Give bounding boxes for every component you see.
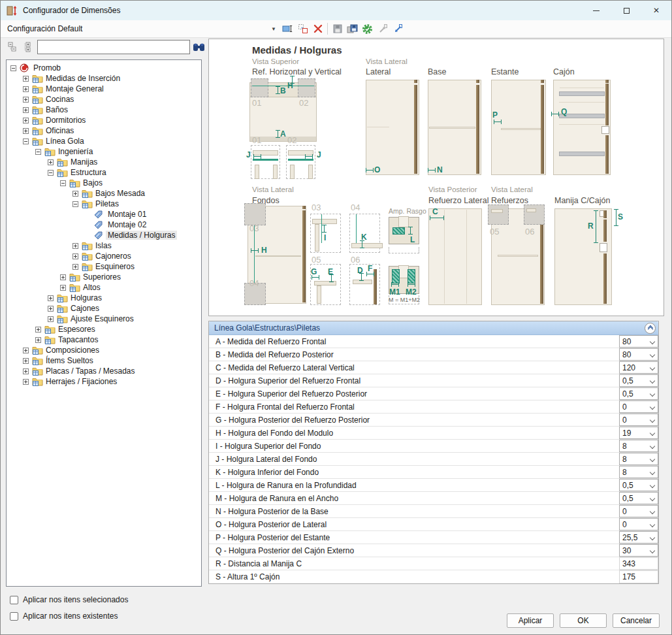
copy-config-button[interactable] (295, 22, 310, 36)
collapse-toggle[interactable] (60, 180, 66, 186)
expand-toggle[interactable] (23, 348, 29, 353)
expand-toggle[interactable] (72, 191, 78, 197)
tree-item[interactable]: Cocinas (7, 94, 201, 105)
tree-item[interactable]: Ajuste Esquineros (7, 314, 201, 324)
delete-config-button[interactable] (310, 22, 325, 36)
tree-item[interactable]: Línea Gola (7, 136, 201, 146)
property-value-combobox[interactable]: 80 (619, 335, 658, 348)
expand-toggle[interactable] (23, 358, 29, 364)
tree-item[interactable]: Herrajes / Fijaciones (7, 376, 201, 387)
property-value-combobox[interactable]: 0,5 (619, 492, 658, 504)
property-value-combobox[interactable]: 0,5 (619, 374, 658, 387)
property-value-combobox[interactable]: 8 (619, 466, 658, 478)
property-value-combobox[interactable]: 0 (619, 505, 658, 517)
expand-toggle[interactable] (23, 97, 29, 103)
tree-item[interactable]: Esquineros (7, 261, 201, 272)
tree-item[interactable]: Placas / Tapas / Mesadas (7, 366, 201, 376)
tree-item[interactable]: Tapacantos (7, 334, 201, 345)
tree-item[interactable]: Montaje 01 (7, 209, 201, 220)
maximize-button[interactable] (611, 1, 641, 20)
property-value-combobox[interactable]: 120 (619, 361, 658, 374)
collapse-toggle[interactable] (72, 201, 78, 207)
tree-item[interactable]: Cajoneros (7, 251, 201, 261)
tree-item[interactable]: Islas (7, 240, 201, 251)
property-value-combobox[interactable]: 0 (619, 400, 658, 413)
property-value-combobox[interactable]: 80 (619, 348, 658, 361)
expand-toggle[interactable] (60, 285, 66, 291)
tree-item[interactable]: Altos (7, 282, 201, 293)
tree-item[interactable]: Cajones (7, 303, 201, 314)
collapse-toggle[interactable] (48, 170, 54, 176)
tree-item[interactable]: Promob (7, 63, 201, 73)
tree-item[interactable]: Piletas (7, 199, 201, 209)
tree-item[interactable]: Medidas / Holguras (7, 230, 201, 240)
tree-item[interactable]: Composiciones (7, 345, 201, 355)
collapse-toggle[interactable] (10, 65, 16, 71)
expand-toggle[interactable] (60, 274, 66, 280)
property-value-combobox[interactable]: 8 (619, 453, 658, 465)
tree-item[interactable]: Holguras (7, 293, 201, 303)
collapse-toggle[interactable] (23, 138, 29, 144)
save-button-disabled[interactable] (330, 22, 345, 36)
property-value-combobox[interactable]: 0,5 (619, 479, 658, 491)
import-config-button[interactable] (390, 22, 405, 36)
tree-item[interactable]: Baños (7, 105, 201, 115)
expand-toggle[interactable] (23, 118, 29, 123)
rename-config-button[interactable] (280, 22, 295, 36)
dropdown-caret-icon[interactable]: ▼ (271, 26, 280, 32)
expand-toggle[interactable] (72, 264, 78, 270)
expand-toggle[interactable] (72, 243, 78, 249)
minimize-button[interactable] (581, 1, 611, 20)
save-database-button[interactable] (345, 22, 360, 36)
tree-item[interactable]: Oficinas (7, 125, 201, 136)
ok-button[interactable]: OK (560, 613, 607, 628)
property-value-combobox[interactable]: 0 (619, 518, 658, 530)
cancel-button[interactable]: Cancelar (613, 613, 660, 628)
tree-item[interactable]: Medidas de Inserción (7, 73, 201, 84)
expand-toggle[interactable] (23, 379, 29, 385)
search-button[interactable] (191, 41, 206, 54)
tree-item[interactable]: Espesores (7, 324, 201, 334)
search-input[interactable] (37, 40, 190, 54)
tree-item[interactable]: Estructura (7, 167, 201, 178)
collapse-all-button[interactable] (6, 40, 19, 54)
expand-toggle[interactable] (23, 128, 29, 134)
apply-selected-checkbox[interactable] (10, 596, 18, 604)
property-value-combobox[interactable]: 0 (619, 414, 658, 426)
property-value-combobox[interactable]: 0,5 (619, 387, 658, 400)
export-config-button-disabled[interactable] (375, 22, 390, 36)
tree-item[interactable]: Montaje 02 (7, 220, 201, 230)
property-value-combobox[interactable]: 25,5 (619, 531, 658, 544)
tree-item[interactable]: Dormitorios (7, 115, 201, 125)
expand-toggle[interactable] (35, 327, 41, 333)
tree-item[interactable]: Ítems Sueltos (7, 355, 201, 366)
tree-item[interactable]: Bajos Mesada (7, 188, 201, 199)
close-button[interactable]: ✕ (641, 1, 671, 20)
expand-toggle[interactable] (48, 159, 54, 165)
apply-button[interactable]: Aplicar (507, 613, 554, 628)
expand-toggle[interactable] (23, 107, 29, 113)
expand-toggle[interactable] (23, 86, 29, 92)
expand-toggle[interactable] (23, 368, 29, 374)
tree-item[interactable]: Ingeniería (7, 146, 201, 157)
tree-item[interactable]: Manijas (7, 157, 201, 167)
apply-config-button[interactable] (360, 22, 375, 36)
expand-toggle[interactable] (48, 295, 54, 301)
expand-toggle[interactable] (48, 306, 54, 312)
expand-toggle[interactable] (35, 337, 41, 343)
collapse-toggle[interactable] (35, 149, 41, 155)
expand-toggle[interactable] (72, 253, 78, 259)
collapse-section-button[interactable] (645, 323, 656, 334)
expand-toggle[interactable] (48, 316, 54, 322)
config-combobox[interactable]: Configuración Default (7, 24, 271, 33)
apply-existing-checkbox[interactable] (10, 612, 18, 621)
property-value-combobox[interactable]: 19 (619, 427, 658, 439)
tree-item[interactable]: Superiores (7, 272, 201, 282)
tree-item[interactable]: Bajos (7, 178, 201, 188)
property-value-combobox[interactable]: 30 (619, 544, 658, 557)
property-value-field[interactable]: 343 (619, 557, 658, 570)
expand-toggle[interactable] (23, 76, 29, 82)
tree-item[interactable]: Montaje General (7, 84, 201, 94)
property-value-combobox[interactable]: 8 (619, 440, 658, 452)
property-value-field[interactable]: 175 (619, 570, 658, 583)
